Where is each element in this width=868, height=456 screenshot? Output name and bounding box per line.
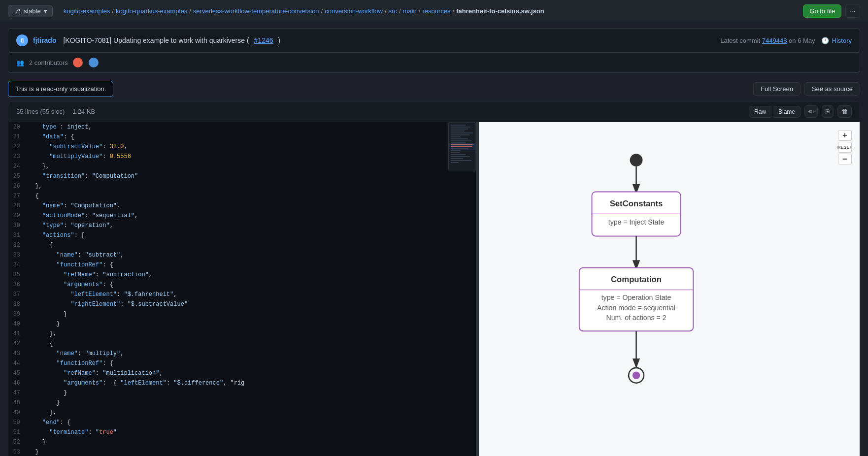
line-number: 32 bbox=[8, 240, 28, 250]
breadcrumb-sep-7: / bbox=[452, 7, 454, 15]
code-table: 20 type : inject, 21 "data": { 22 "subtr… bbox=[8, 122, 476, 456]
table-row: 39 } bbox=[8, 309, 476, 319]
code-content: { bbox=[28, 339, 476, 349]
table-row: 46 "arguments": { "leftElement": "$.diff… bbox=[8, 378, 476, 388]
line-number: 37 bbox=[8, 290, 28, 299]
file-header-buttons: Raw Blame ✏ ⎘ 🗑 bbox=[749, 105, 852, 118]
table-row: 47 } bbox=[8, 388, 476, 398]
breadcrumb-sep-3: / bbox=[321, 7, 323, 15]
commit-pr-link[interactable]: #1246 bbox=[254, 36, 273, 44]
svg-rect-2 bbox=[451, 127, 470, 128]
code-content: } bbox=[28, 398, 476, 408]
code-content: "refName": "subtraction", bbox=[28, 270, 476, 280]
table-row: 37 "leftElement": "$.fahrenheit", bbox=[8, 290, 476, 299]
line-number: 44 bbox=[8, 358, 28, 368]
latest-commit-label: Latest commit 7449448 on 6 May bbox=[720, 37, 815, 44]
code-content: "leftElement": "$.fahrenheit", bbox=[28, 290, 476, 299]
copy-button[interactable]: ⎘ bbox=[822, 105, 834, 118]
code-content: "arguments": { bbox=[28, 280, 476, 290]
table-row: 23 "multiplyValue": 0.5556 bbox=[8, 152, 476, 162]
svg-rect-22 bbox=[451, 144, 472, 145]
line-number: 40 bbox=[8, 319, 28, 329]
breadcrumb-serverless-workflow[interactable]: serverless-workflow-temperature-conversi… bbox=[193, 7, 319, 15]
breadcrumb-kogito-examples[interactable]: kogito-examples bbox=[64, 7, 110, 15]
reset-button[interactable]: RESET bbox=[838, 142, 852, 153]
code-content: "terminate": "true" bbox=[28, 427, 476, 437]
table-row: 52 } bbox=[8, 437, 476, 447]
raw-button[interactable]: Raw bbox=[749, 106, 771, 118]
file-lines: 55 lines (55 sloc) bbox=[16, 108, 65, 115]
contributors-count: 2 contributors bbox=[29, 59, 68, 66]
breadcrumb-resources[interactable]: resources bbox=[422, 7, 450, 15]
commit-author[interactable]: fjtirado bbox=[33, 36, 56, 44]
svg-rect-15 bbox=[451, 152, 460, 153]
file-content-wrap: 55 lines (55 sloc) 1.24 KB Raw Blame ✏ ⎘… bbox=[8, 101, 860, 456]
table-row: 22 "subtractValue": 32.0, bbox=[8, 142, 476, 152]
history-clock-icon: 🕐 bbox=[821, 37, 829, 44]
table-row: 34 "functionRef": { bbox=[8, 260, 476, 270]
zoom-in-button[interactable]: + bbox=[838, 130, 852, 141]
code-content: { bbox=[28, 240, 476, 250]
line-number: 53 bbox=[8, 447, 28, 456]
contributor-avatar-2 bbox=[89, 58, 99, 67]
table-row: 40 } bbox=[8, 319, 476, 329]
svg-rect-9 bbox=[451, 140, 471, 141]
breadcrumb: kogito-examples / kogito-quarkus-example… bbox=[64, 7, 544, 15]
code-content: "multiplyValue": 0.5556 bbox=[28, 152, 476, 162]
breadcrumb-kogito-quarkus-examples[interactable]: kogito-quarkus-examples bbox=[116, 7, 187, 15]
file-toolbar: This is a read-only visualization. Full … bbox=[8, 81, 860, 97]
code-content: } bbox=[28, 388, 476, 398]
fullscreen-button[interactable]: Full Screen bbox=[753, 82, 801, 96]
code-content: type : inject, bbox=[28, 122, 476, 132]
table-row: 38 "rightElement": "$.subtractValue" bbox=[8, 299, 476, 309]
code-panel[interactable]: 20 type : inject, 21 "data": { 22 "subtr… bbox=[8, 122, 476, 456]
code-content: "rightElement": "$.subtractValue" bbox=[28, 299, 476, 309]
goto-file-button[interactable]: Go to file bbox=[803, 4, 841, 18]
svg-text:Num. of actions = 2: Num. of actions = 2 bbox=[606, 314, 667, 322]
table-row: 21 "data": { bbox=[8, 132, 476, 142]
breadcrumb-conversion-workflow[interactable]: conversion-workflow bbox=[325, 7, 383, 15]
edit-button[interactable]: ✏ bbox=[804, 105, 818, 118]
breadcrumb-sep-6: / bbox=[419, 7, 421, 15]
table-row: 48 } bbox=[8, 398, 476, 408]
zoom-out-button[interactable]: − bbox=[838, 154, 852, 164]
branch-selector[interactable]: ⎇ stable ▾ bbox=[8, 5, 53, 17]
table-row: 30 "type": "operation", bbox=[8, 221, 476, 230]
breadcrumb-filename: fahrenheit-to-celsius.sw.json bbox=[456, 7, 544, 15]
contributor-avatar-1 bbox=[73, 58, 83, 67]
code-content: "actions": [ bbox=[28, 230, 476, 240]
splitter-handle[interactable] bbox=[476, 122, 479, 456]
commit-left: fj fjtirado [KOGITO-7081] Updating examp… bbox=[16, 34, 280, 46]
commit-bar: fj fjtirado [KOGITO-7081] Updating examp… bbox=[8, 28, 860, 53]
table-row: 45 "refName": "multiplication", bbox=[8, 368, 476, 378]
contributors-icon: 👥 bbox=[16, 59, 24, 66]
code-content: } bbox=[28, 437, 476, 447]
delete-button[interactable]: 🗑 bbox=[837, 105, 852, 118]
more-options-button[interactable]: ··· bbox=[845, 4, 860, 18]
diagram-controls: + RESET − bbox=[838, 130, 852, 164]
line-number: 38 bbox=[8, 299, 28, 309]
table-row: 31 "actions": [ bbox=[8, 230, 476, 240]
table-row: 35 "refName": "subtraction", bbox=[8, 270, 476, 280]
code-content: }, bbox=[28, 181, 476, 191]
code-content: "name": "multiply", bbox=[28, 349, 476, 358]
see-as-source-button[interactable]: See as source bbox=[804, 82, 860, 96]
history-button[interactable]: 🕐 History bbox=[821, 37, 852, 44]
minimap bbox=[448, 122, 476, 171]
commit-hash-link[interactable]: 7449448 bbox=[762, 37, 787, 44]
breadcrumb-sep-5: / bbox=[399, 7, 401, 15]
line-number: 41 bbox=[8, 329, 28, 339]
commit-suffix: ) bbox=[278, 36, 281, 44]
line-number: 33 bbox=[8, 250, 28, 260]
line-number: 22 bbox=[8, 142, 28, 152]
table-row: 20 type : inject, bbox=[8, 122, 476, 132]
blame-button[interactable]: Blame bbox=[773, 106, 801, 118]
avatar: fj bbox=[16, 34, 28, 46]
breadcrumb-main[interactable]: main bbox=[403, 7, 417, 15]
breadcrumb-src[interactable]: src bbox=[389, 7, 397, 15]
table-row: 33 "name": "subtract", bbox=[8, 250, 476, 260]
code-content: "data": { bbox=[28, 132, 476, 142]
line-number: 28 bbox=[8, 201, 28, 211]
svg-rect-14 bbox=[451, 150, 461, 151]
split-view: 20 type : inject, 21 "data": { 22 "subtr… bbox=[8, 122, 860, 456]
